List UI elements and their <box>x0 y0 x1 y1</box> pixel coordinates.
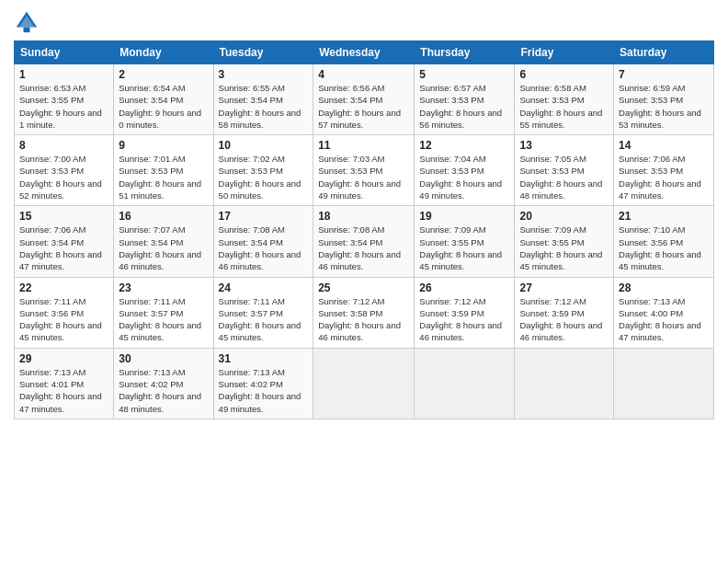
day-number: 20 <box>519 210 609 223</box>
calendar-header: SundayMondayTuesdayWednesdayThursdayFrid… <box>15 41 714 64</box>
day-info: Sunrise: 7:12 AMSunset: 3:59 PMDaylight:… <box>519 295 609 344</box>
day-info: Sunrise: 6:56 AMSunset: 3:54 PMDaylight:… <box>318 82 409 131</box>
day-number: 12 <box>419 139 509 152</box>
day-info: Sunrise: 6:53 AMSunset: 3:55 PMDaylight:… <box>19 82 108 131</box>
calendar-cell: 5Sunrise: 6:57 AMSunset: 3:53 PMDaylight… <box>415 64 515 135</box>
calendar-week-3: 15Sunrise: 7:06 AMSunset: 3:54 PMDayligh… <box>15 206 714 277</box>
day-info: Sunrise: 7:03 AMSunset: 3:53 PMDaylight:… <box>318 153 409 201</box>
calendar-cell: 16Sunrise: 7:07 AMSunset: 3:54 PMDayligh… <box>114 206 213 277</box>
day-number: 2 <box>119 68 208 81</box>
day-number: 18 <box>318 210 409 223</box>
day-number: 31 <box>219 352 309 365</box>
day-info: Sunrise: 7:12 AMSunset: 3:58 PMDaylight:… <box>318 295 409 344</box>
day-number: 26 <box>419 282 509 294</box>
day-info: Sunrise: 7:09 AMSunset: 3:55 PMDaylight:… <box>519 224 609 272</box>
day-info: Sunrise: 6:57 AMSunset: 3:53 PMDaylight:… <box>419 82 509 131</box>
day-info: Sunrise: 7:11 AMSunset: 3:57 PMDaylight:… <box>119 295 208 344</box>
calendar-cell: 20Sunrise: 7:09 AMSunset: 3:55 PMDayligh… <box>515 206 614 277</box>
day-number: 5 <box>419 68 509 81</box>
calendar-week-2: 8Sunrise: 7:00 AMSunset: 3:53 PMDaylight… <box>15 135 714 206</box>
calendar-cell: 2Sunrise: 6:54 AMSunset: 3:54 PMDaylight… <box>114 64 213 135</box>
calendar-cell: 4Sunrise: 6:56 AMSunset: 3:54 PMDaylight… <box>313 64 415 135</box>
day-number: 6 <box>519 68 609 81</box>
calendar-cell: 22Sunrise: 7:11 AMSunset: 3:56 PMDayligh… <box>15 277 114 348</box>
calendar-cell: 21Sunrise: 7:10 AMSunset: 3:56 PMDayligh… <box>614 206 714 277</box>
calendar-body: 1Sunrise: 6:53 AMSunset: 3:55 PMDaylight… <box>15 64 714 419</box>
weekday-header-tuesday: Tuesday <box>213 41 313 64</box>
day-number: 24 <box>219 282 309 294</box>
weekday-header-friday: Friday <box>515 41 614 64</box>
day-number: 1 <box>19 68 108 81</box>
day-info: Sunrise: 7:06 AMSunset: 3:54 PMDaylight:… <box>19 224 108 272</box>
weekday-header-sunday: Sunday <box>15 41 114 64</box>
weekday-header-wednesday: Wednesday <box>313 41 415 64</box>
day-number: 8 <box>19 139 108 152</box>
calendar-cell: 27Sunrise: 7:12 AMSunset: 3:59 PMDayligh… <box>515 277 614 348</box>
day-info: Sunrise: 7:05 AMSunset: 3:53 PMDaylight:… <box>519 153 609 201</box>
calendar-cell <box>313 348 415 419</box>
calendar-week-4: 22Sunrise: 7:11 AMSunset: 3:56 PMDayligh… <box>15 277 714 348</box>
weekday-header-saturday: Saturday <box>614 41 714 64</box>
day-info: Sunrise: 7:08 AMSunset: 3:54 PMDaylight:… <box>219 224 309 272</box>
day-number: 7 <box>619 68 709 81</box>
calendar-cell <box>614 348 714 419</box>
day-info: Sunrise: 7:00 AMSunset: 3:53 PMDaylight:… <box>19 153 108 201</box>
weekday-header-thursday: Thursday <box>415 41 515 64</box>
day-info: Sunrise: 7:13 AMSunset: 4:00 PMDaylight:… <box>619 295 709 344</box>
weekday-header-row: SundayMondayTuesdayWednesdayThursdayFrid… <box>15 41 714 64</box>
calendar-cell: 15Sunrise: 7:06 AMSunset: 3:54 PMDayligh… <box>15 206 114 277</box>
calendar-week-1: 1Sunrise: 6:53 AMSunset: 3:55 PMDaylight… <box>15 64 714 135</box>
weekday-header-monday: Monday <box>114 41 213 64</box>
day-number: 10 <box>219 139 309 152</box>
svg-rect-2 <box>24 28 30 33</box>
calendar-cell: 14Sunrise: 7:06 AMSunset: 3:53 PMDayligh… <box>614 135 714 206</box>
calendar-cell: 31Sunrise: 7:13 AMSunset: 4:02 PMDayligh… <box>213 348 313 419</box>
day-number: 17 <box>219 210 309 223</box>
day-info: Sunrise: 7:13 AMSunset: 4:02 PMDaylight:… <box>119 366 208 415</box>
day-info: Sunrise: 7:11 AMSunset: 3:56 PMDaylight:… <box>19 295 108 344</box>
day-number: 11 <box>318 139 409 152</box>
calendar-cell: 30Sunrise: 7:13 AMSunset: 4:02 PMDayligh… <box>114 348 213 419</box>
day-info: Sunrise: 7:01 AMSunset: 3:53 PMDaylight:… <box>119 153 208 201</box>
day-number: 4 <box>318 68 409 81</box>
day-number: 21 <box>619 210 709 223</box>
logo-icon <box>14 9 40 35</box>
calendar-cell: 9Sunrise: 7:01 AMSunset: 3:53 PMDaylight… <box>114 135 213 206</box>
day-info: Sunrise: 7:09 AMSunset: 3:55 PMDaylight:… <box>419 224 509 272</box>
day-info: Sunrise: 7:02 AMSunset: 3:53 PMDaylight:… <box>219 153 309 201</box>
day-number: 25 <box>318 282 409 294</box>
page-container: SundayMondayTuesdayWednesdayThursdayFrid… <box>0 0 728 429</box>
day-number: 13 <box>519 139 609 152</box>
day-info: Sunrise: 7:04 AMSunset: 3:53 PMDaylight:… <box>419 153 509 201</box>
calendar-cell: 18Sunrise: 7:08 AMSunset: 3:54 PMDayligh… <box>313 206 415 277</box>
calendar-cell: 8Sunrise: 7:00 AMSunset: 3:53 PMDaylight… <box>15 135 114 206</box>
day-info: Sunrise: 7:13 AMSunset: 4:02 PMDaylight:… <box>219 366 309 415</box>
day-info: Sunrise: 7:10 AMSunset: 3:56 PMDaylight:… <box>619 224 709 272</box>
day-number: 9 <box>119 139 208 152</box>
day-info: Sunrise: 6:58 AMSunset: 3:53 PMDaylight:… <box>519 82 609 131</box>
calendar-cell: 13Sunrise: 7:05 AMSunset: 3:53 PMDayligh… <box>515 135 614 206</box>
calendar-cell: 11Sunrise: 7:03 AMSunset: 3:53 PMDayligh… <box>313 135 415 206</box>
day-number: 3 <box>219 68 309 81</box>
day-number: 22 <box>19 282 108 294</box>
calendar-cell: 7Sunrise: 6:59 AMSunset: 3:53 PMDaylight… <box>614 64 714 135</box>
day-number: 14 <box>619 139 709 152</box>
day-info: Sunrise: 7:12 AMSunset: 3:59 PMDaylight:… <box>419 295 509 344</box>
calendar-table: SundayMondayTuesdayWednesdayThursdayFrid… <box>14 40 714 419</box>
day-info: Sunrise: 7:06 AMSunset: 3:53 PMDaylight:… <box>619 153 709 201</box>
day-info: Sunrise: 6:55 AMSunset: 3:54 PMDaylight:… <box>219 82 309 131</box>
day-number: 28 <box>619 282 709 294</box>
day-info: Sunrise: 6:59 AMSunset: 3:53 PMDaylight:… <box>619 82 709 131</box>
day-number: 27 <box>519 282 609 294</box>
day-info: Sunrise: 7:11 AMSunset: 3:57 PMDaylight:… <box>219 295 309 344</box>
calendar-cell <box>515 348 614 419</box>
calendar-cell: 24Sunrise: 7:11 AMSunset: 3:57 PMDayligh… <box>213 277 313 348</box>
calendar-cell: 3Sunrise: 6:55 AMSunset: 3:54 PMDaylight… <box>213 64 313 135</box>
logo <box>14 9 43 35</box>
day-info: Sunrise: 6:54 AMSunset: 3:54 PMDaylight:… <box>119 82 208 131</box>
calendar-cell: 12Sunrise: 7:04 AMSunset: 3:53 PMDayligh… <box>415 135 515 206</box>
day-info: Sunrise: 7:13 AMSunset: 4:01 PMDaylight:… <box>19 366 108 415</box>
calendar-cell: 29Sunrise: 7:13 AMSunset: 4:01 PMDayligh… <box>15 348 114 419</box>
calendar-week-5: 29Sunrise: 7:13 AMSunset: 4:01 PMDayligh… <box>15 348 714 419</box>
header <box>14 9 714 35</box>
